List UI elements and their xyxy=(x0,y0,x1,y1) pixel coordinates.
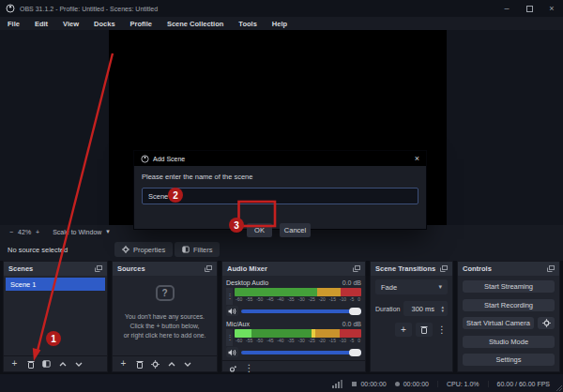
volume-slider[interactable] xyxy=(241,351,361,354)
controls-body: Start Streaming Start Recording Start Vi… xyxy=(458,276,559,371)
zoom-in-icon[interactable]: + xyxy=(36,229,39,235)
meter-tick-label: -20 xyxy=(319,338,326,344)
advanced-audio-gear-icon[interactable] xyxy=(226,363,240,375)
cpu-usage: CPU: 1.0% xyxy=(437,381,479,387)
channel-grip-handle[interactable]: ⋮ xyxy=(226,288,233,305)
filters-icon xyxy=(182,246,190,253)
meter-stack: -60-55-50-45-40-35-30-25-20-15-10-50 xyxy=(235,329,361,346)
channel-grip-handle[interactable]: ⋮ xyxy=(226,329,233,346)
studio-mode-button[interactable]: Studio Mode xyxy=(463,336,555,348)
mixer-body: Desktop Audio 0.0 dB ⋮ -60-55-50-45-40-3… xyxy=(222,276,365,360)
settings-button[interactable]: Settings xyxy=(463,354,555,366)
transitions-panel-title: Scene Transitions xyxy=(375,264,435,273)
duration-spinner[interactable]: 300 ms ▴ ▾ xyxy=(403,301,448,316)
volume-slider[interactable] xyxy=(241,309,361,313)
zoom-out-icon[interactable]: − xyxy=(9,229,13,235)
menu-scene-collection[interactable]: Scene Collection xyxy=(160,20,231,28)
window-controls: – × xyxy=(495,0,563,17)
scenes-panel: Scenes Scene 1 + xyxy=(3,261,108,372)
volume-meter: ⋮ -60-55-50-45-40-35-30-25-20-15-10-50 xyxy=(226,288,361,305)
source-properties-gear-icon[interactable] xyxy=(148,358,162,370)
mixer-menu-dots-icon[interactable]: ⋮ xyxy=(242,363,256,375)
mixer-panel-title: Audio Mixer xyxy=(227,264,267,273)
dialog-close-icon[interactable]: × xyxy=(415,154,419,163)
meter-tick-label: -35 xyxy=(287,338,294,344)
transition-menu-dots-icon[interactable]: ⋮ xyxy=(436,323,448,337)
channel-header: Mic/Aux 0.0 dB xyxy=(226,319,361,328)
meter-tick-label: -35 xyxy=(287,296,294,303)
controls-panel-title: Controls xyxy=(463,264,492,273)
recording-time: 00:00:00 xyxy=(360,381,386,387)
add-transition-icon[interactable]: + xyxy=(395,323,412,337)
dock-area: Scenes Scene 1 + xyxy=(0,261,563,374)
meter-tick-label: -60 xyxy=(236,296,242,303)
add-source-icon[interactable]: + xyxy=(116,358,130,370)
sources-empty-line2: Click the + button below, xyxy=(124,322,206,331)
mute-button[interactable] xyxy=(226,306,238,316)
scene-name-input[interactable] xyxy=(142,188,418,204)
remove-transition-icon[interactable] xyxy=(416,323,433,337)
menu-file[interactable]: File xyxy=(0,20,27,28)
add-scene-icon[interactable]: + xyxy=(8,358,22,370)
menu-view[interactable]: View xyxy=(55,20,86,28)
move-scene-down-icon[interactable] xyxy=(71,358,85,370)
remove-scene-icon[interactable] xyxy=(23,358,38,370)
resize-grip-icon[interactable] xyxy=(555,384,562,391)
menu-docks[interactable]: Docks xyxy=(86,20,123,28)
chevron-down-icon: ▾ xyxy=(438,283,442,291)
mixer-panel-header: Audio Mixer xyxy=(222,262,365,276)
menu-edit[interactable]: Edit xyxy=(27,20,55,28)
recording-indicator-icon xyxy=(352,382,357,386)
menu-tools[interactable]: Tools xyxy=(231,20,264,28)
duration-value: 300 ms xyxy=(411,305,434,313)
meter-tick-label: -15 xyxy=(329,338,336,344)
dialog-title: Add Scene xyxy=(153,156,185,162)
meter-tick-label: -60 xyxy=(236,338,242,344)
start-recording-button[interactable]: Start Recording xyxy=(463,299,555,311)
dialog-title-bar: Add Scene × xyxy=(134,151,426,166)
popout-icon[interactable] xyxy=(205,265,212,272)
volume-slider-knob[interactable] xyxy=(349,349,361,356)
menu-profile[interactable]: Profile xyxy=(123,20,160,28)
start-streaming-button[interactable]: Start Streaming xyxy=(463,280,555,293)
zoom-level: 42% xyxy=(18,229,31,235)
scene-filters-icon[interactable] xyxy=(39,358,53,370)
scale-mode-select[interactable]: Scale to Window xyxy=(53,229,101,235)
cancel-button[interactable]: Cancel xyxy=(280,223,311,237)
virtual-camera-config-button[interactable] xyxy=(538,317,555,329)
move-scene-up-icon[interactable] xyxy=(55,358,69,370)
minimize-icon[interactable]: – xyxy=(495,0,518,17)
maximize-icon[interactable] xyxy=(518,0,540,17)
remove-source-icon[interactable] xyxy=(132,358,146,370)
sources-empty-text: You don't have any sources. Click the + … xyxy=(124,312,206,340)
popout-icon[interactable] xyxy=(353,265,360,272)
popout-icon[interactable] xyxy=(440,265,448,272)
transition-select[interactable]: Fade ▾ xyxy=(375,279,448,294)
move-source-up-icon[interactable] xyxy=(164,358,178,370)
streaming-indicator-icon xyxy=(395,382,400,386)
channel-header: Desktop Audio 0.0 dB xyxy=(226,278,361,287)
sources-empty-state[interactable]: ? You don't have any sources. Click the … xyxy=(113,276,217,355)
filters-button[interactable]: Filters xyxy=(175,242,220,257)
menu-help[interactable]: Help xyxy=(265,20,295,28)
dialog-body: Please enter the name of the scene OK Ca… xyxy=(134,166,426,204)
popout-icon[interactable] xyxy=(547,265,555,272)
spinner-arrows[interactable]: ▴ ▾ xyxy=(441,305,444,312)
close-icon[interactable]: × xyxy=(540,0,563,17)
streaming-timer: 00:00:00 xyxy=(395,381,429,387)
ok-button[interactable]: OK xyxy=(247,223,272,237)
recording-timer: 00:00:00 xyxy=(352,381,386,387)
spin-down-icon[interactable]: ▾ xyxy=(441,309,444,312)
move-source-down-icon[interactable] xyxy=(180,358,194,370)
volume-slider-knob[interactable] xyxy=(349,308,361,315)
sources-toolbar: + xyxy=(113,355,217,371)
meter-scale: -60-55-50-45-40-35-30-25-20-15-10-50 xyxy=(235,338,361,344)
start-virtual-camera-button[interactable]: Start Virtual Camera xyxy=(463,317,534,329)
popout-icon[interactable] xyxy=(95,265,102,272)
menu-bar: File Edit View Docks Profile Scene Colle… xyxy=(0,17,563,30)
channel-name: Mic/Aux xyxy=(226,321,250,327)
channel-level: 0.0 dB xyxy=(342,321,361,327)
scene-list-item[interactable]: Scene 1 xyxy=(6,278,105,291)
properties-button[interactable]: Properties xyxy=(114,242,173,257)
mute-button[interactable] xyxy=(226,347,238,357)
